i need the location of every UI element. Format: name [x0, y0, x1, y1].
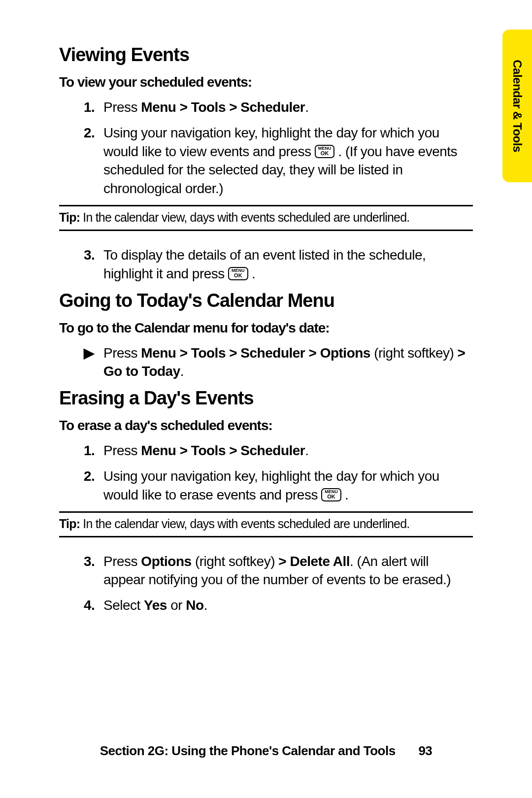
step-item: 2.Using your navigation key, highlight t… — [59, 124, 473, 198]
heading-erasing: Erasing a Day's Events — [59, 388, 473, 409]
option-no: No — [186, 598, 203, 613]
steps-viewing-b: 3.To display the details of an event lis… — [59, 246, 473, 283]
footer-section-title: Section 2G: Using the Phone's Calendar a… — [100, 743, 396, 758]
menu-path: Menu > Tools > Scheduler > Options — [141, 345, 370, 361]
step-item: ▶Press Menu > Tools > Scheduler > Option… — [59, 344, 473, 381]
manual-page: Calendar & Tools Viewing Events To view … — [0, 0, 532, 798]
menu-path: Menu > Tools > Scheduler — [141, 100, 305, 115]
menu-ok-key-icon: MENUOK — [321, 488, 341, 501]
intro-viewing: To view your scheduled events: — [59, 74, 473, 90]
step-number: 3. — [84, 552, 103, 571]
option-yes: Yes — [144, 598, 167, 613]
step-text: . — [341, 487, 349, 502]
intro-today: To go to the Calendar menu for today's d… — [59, 320, 473, 336]
step-item: 1.Press Menu > Tools > Scheduler. — [59, 98, 473, 117]
page-number: 93 — [418, 743, 432, 759]
step-text: Select — [103, 598, 144, 613]
step-text: Press — [103, 345, 141, 361]
step-text: To display the details of an event liste… — [103, 247, 426, 281]
step-text: . — [248, 266, 256, 281]
menu-path: Menu > Tools > Scheduler — [141, 443, 305, 458]
menu-path: Options — [141, 554, 191, 569]
intro-erasing: To erase a day's scheduled events: — [59, 418, 473, 433]
step-text: Press — [103, 443, 141, 458]
tip-text: In the calendar view, days with events s… — [83, 210, 409, 224]
tip-box: Tip: In the calendar view, days with eve… — [59, 511, 473, 537]
step-text: . — [305, 100, 308, 115]
menu-ok-key-icon: MENUOK — [228, 267, 248, 280]
step-number: 1. — [84, 98, 103, 117]
tip-box: Tip: In the calendar view, days with eve… — [59, 205, 473, 231]
step-item: 2.Using your navigation key, highlight t… — [59, 467, 473, 504]
step-text: . — [204, 598, 207, 613]
step-text: or — [167, 598, 186, 613]
tip-text: In the calendar view, days with events s… — [83, 517, 409, 531]
step-number: 2. — [84, 467, 103, 486]
tip-label: Tip: — [59, 517, 83, 531]
step-item: 1.Press Menu > Tools > Scheduler. — [59, 441, 473, 460]
step-text: Using your navigation key, highlight the… — [103, 468, 439, 502]
step-text: . — [305, 443, 308, 458]
steps-today: ▶Press Menu > Tools > Scheduler > Option… — [59, 344, 473, 381]
menu-ok-key-icon: MENUOK — [315, 145, 335, 158]
step-number: 4. — [84, 596, 103, 615]
menu-path: > Delete All — [278, 554, 350, 569]
step-number: 3. — [84, 246, 103, 265]
section-tab: Calendar & Tools — [502, 30, 532, 182]
step-item: 3.To display the details of an event lis… — [59, 246, 473, 283]
steps-erasing-b: 3.Press Options (right softkey) > Delete… — [59, 552, 473, 615]
arrow-icon: ▶ — [84, 344, 103, 363]
step-text: . — [180, 364, 184, 379]
step-text: Press — [103, 100, 141, 115]
step-item: 4.Select Yes or No. — [59, 596, 473, 615]
heading-viewing-events: Viewing Events — [59, 44, 473, 66]
tip-label: Tip: — [59, 210, 83, 224]
step-item: 3.Press Options (right softkey) > Delete… — [59, 552, 473, 590]
step-number: 1. — [84, 441, 103, 460]
step-text: (right softkey) — [192, 554, 279, 569]
heading-today-menu: Going to Today's Calendar Menu — [59, 290, 473, 311]
page-footer: Section 2G: Using the Phone's Calendar a… — [0, 743, 532, 759]
section-tab-label: Calendar & Tools — [510, 60, 524, 152]
steps-viewing-a: 1.Press Menu > Tools > Scheduler. 2.Usin… — [59, 98, 473, 198]
step-number: 2. — [84, 124, 103, 142]
steps-erasing-a: 1.Press Menu > Tools > Scheduler. 2.Usin… — [59, 441, 473, 504]
step-text: Press — [103, 554, 141, 569]
step-text: (right softkey) — [370, 345, 458, 361]
